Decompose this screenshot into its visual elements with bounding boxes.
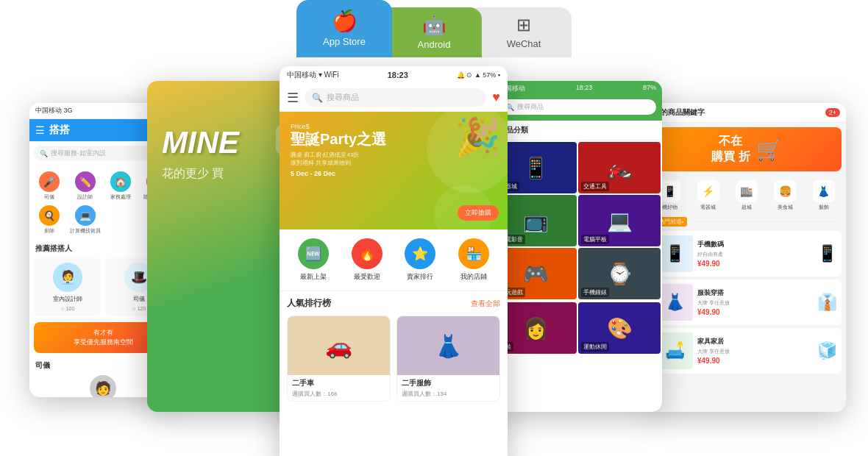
pl-desc-0: 好自由有產 bbox=[697, 251, 813, 258]
cat-item-2[interactable]: 🏠 家務處理 bbox=[105, 171, 137, 201]
center-battery: 🔔 ⊙ ▲ 57% ▪ bbox=[457, 71, 500, 79]
view-all-link[interactable]: 查看全部 bbox=[471, 299, 500, 309]
product-name-1: 二手服飾 bbox=[402, 378, 495, 388]
cat-label-1: 設計師 bbox=[77, 193, 93, 201]
center-carrier: 中国移动 ▾ WiFi bbox=[287, 70, 339, 80]
product-img-0: 🚗 bbox=[288, 316, 390, 375]
apple-icon: 🍎 bbox=[332, 11, 357, 32]
cat-label-2: 家務處理 bbox=[110, 193, 131, 201]
left-carrier: 中国移动 3G bbox=[35, 106, 73, 115]
tab-android[interactable]: 🤖 Android bbox=[386, 7, 482, 57]
right-cat-7[interactable]: 🎨運動休閒 bbox=[578, 302, 661, 354]
banner-text-area: Price$ 聖誕Party之選 圓桌·廚工廚·紅酒低至43折派對禮杯 共享成果… bbox=[291, 123, 386, 177]
android-label: Android bbox=[418, 39, 451, 50]
center-search-box[interactable]: 🔍 搜尋商品 bbox=[305, 88, 486, 107]
wechat-label: WeChat bbox=[507, 38, 541, 49]
right-cat-header: 商品分類 bbox=[493, 121, 662, 140]
nav-icon-3: 🏪 bbox=[458, 238, 489, 269]
screen-far-right: 你的商品關鍵字 2+ 不在購買 折 🛒 📱 機好物 ⚡ 電器城 🏬 超城 🍔 美… bbox=[647, 103, 846, 412]
center-header: ☰ 🔍 搜尋商品 ♥ bbox=[280, 84, 508, 112]
qi-3[interactable]: 🍔 美食城 bbox=[767, 180, 803, 211]
tab-appstore[interactable]: 🍎 App Store bbox=[296, 0, 392, 57]
pl-info-1: 服裝穿搭 大牌 享任意放 ¥49.90 bbox=[697, 288, 813, 316]
nav-item-3[interactable]: 🏪 我的店鋪 bbox=[458, 238, 489, 282]
cat-icon-5: 💻 bbox=[75, 205, 96, 226]
pl-item-1[interactable]: 👗 服裝穿搭 大牌 享任意放 ¥49.90 👔 bbox=[652, 279, 842, 325]
ranking-title: 人氣排行榜 bbox=[287, 297, 331, 310]
pl-thumb-0: 📱 bbox=[817, 244, 837, 263]
pl-name-1: 服裝穿搭 bbox=[697, 288, 813, 298]
right-cat-3[interactable]: 💻電腦平板 bbox=[578, 195, 661, 246]
nav-label-2: 賣家排行 bbox=[407, 272, 433, 282]
nav-icon-1: 🔥 bbox=[352, 238, 383, 269]
qi-label-1: 電器城 bbox=[700, 204, 716, 211]
product-card-0[interactable]: 🚗 二手車 週購買人數：168 bbox=[287, 316, 391, 402]
far-right-header: 你的商品關鍵字 2+ bbox=[647, 103, 846, 123]
right-img-grid: 📱電器城 🏍️交通工具 📺家電影音 💻電腦平板 🎮電玩遊戲 ⌚手機鐘錶 bbox=[493, 140, 662, 301]
banner-decoration-bottle: 🎉 bbox=[455, 115, 500, 158]
right-cat-5[interactable]: ⌚手機鐘錶 bbox=[578, 248, 661, 299]
qi-label-2: 超城 bbox=[741, 204, 752, 211]
banner-sub-text: 圓桌·廚工廚·紅酒低至43折派對禮杯 共享成果物到 bbox=[291, 151, 386, 167]
right-search-box[interactable]: 🔍 搜尋商品 bbox=[499, 99, 656, 115]
qi-4[interactable]: 👗 服飾 bbox=[806, 180, 842, 211]
pl-item-0[interactable]: 📱 手機數碼 好自由有產 ¥49.90 📱 bbox=[652, 231, 842, 277]
cat-label-4: 廚師 bbox=[44, 227, 54, 235]
banner-cta-button[interactable]: 立即搶購 bbox=[458, 205, 499, 221]
qi-icon-4: 👗 bbox=[813, 180, 835, 202]
nav-item-0[interactable]: 🆕 最新上架 bbox=[298, 238, 329, 282]
center-banner: Price$ 聖誕Party之選 圓桌·廚工廚·紅酒低至43折派對禮杯 共享成果… bbox=[280, 112, 508, 229]
product-img-1: 👗 bbox=[397, 316, 499, 375]
cat-item-5[interactable]: 💻 計算機技術員 bbox=[70, 205, 102, 235]
product-count-0: 週購買人數：168 bbox=[292, 390, 385, 398]
right-img-grid-2: 👩服裝 🎨運動休閒 bbox=[493, 301, 662, 355]
nav-item-1[interactable]: 🔥 最受歡迎 bbox=[352, 238, 383, 282]
left-app-title: 搭搭 bbox=[49, 124, 70, 137]
pl-item-2[interactable]: 🛋️ 家具家居 大牌 享任意放 ¥49.90 🧊 bbox=[652, 328, 842, 374]
center-ranking: 人氣排行榜 查看全部 🚗 二手車 週購買人數：168 👗 二手服飾 週購買人數：… bbox=[280, 291, 508, 407]
center-search-icon: 🔍 bbox=[312, 93, 323, 103]
product-grid: 🚗 二手車 週購買人數：168 👗 二手服飾 週購買人數：134 bbox=[287, 316, 500, 402]
qi-icon-3: 🍔 bbox=[774, 180, 796, 202]
nav-item-2[interactable]: ⭐ 賣家排行 bbox=[405, 238, 435, 282]
person-card-0[interactable]: 🧑‍💼 室內設計師 ☆ 100 bbox=[34, 258, 101, 316]
nav-label-0: 最新上架 bbox=[300, 272, 327, 282]
search-icon: 🔍 bbox=[40, 150, 48, 157]
pl-name-0: 手機數碼 bbox=[697, 240, 813, 249]
tab-wechat[interactable]: ⊞ WeChat bbox=[476, 7, 572, 57]
cat-icon-1: ✏️ bbox=[75, 171, 96, 192]
cat-item-0[interactable]: 🎤 司儀 bbox=[34, 171, 65, 201]
right-cat-label-5: 手機鐘錶 bbox=[581, 288, 609, 297]
nav-label-3: 我的店鋪 bbox=[460, 272, 487, 282]
product-count-1: 週購買人數：134 bbox=[402, 390, 495, 398]
right-cat-label-1: 交通工具 bbox=[581, 182, 609, 191]
pl-desc-1: 大牌 享任意放 bbox=[697, 299, 813, 307]
rating-1: ☆ 120 bbox=[132, 306, 146, 312]
cat-icon-2: 🏠 bbox=[110, 171, 131, 192]
cat-item-4[interactable]: 🍳 廚師 bbox=[34, 205, 65, 235]
right-search-placeholder: 搜尋商品 bbox=[517, 102, 544, 112]
pl-thumb-2: 🧊 bbox=[817, 341, 837, 360]
product-card-1[interactable]: 👗 二手服飾 週購買人數：134 bbox=[396, 316, 500, 402]
center-quick-nav: 🆕 最新上架 🔥 最受歡迎 ⭐ 賣家排行 🏪 我的店鋪 bbox=[280, 229, 508, 291]
pl-info-0: 手機數碼 好自由有產 ¥49.90 bbox=[697, 240, 813, 268]
qi-icon-1: ⚡ bbox=[697, 180, 719, 202]
banner-main-title: 聖誕Party之選 bbox=[291, 130, 386, 148]
nav-icon-0: 🆕 bbox=[298, 238, 329, 269]
cat-icon-4: 🍳 bbox=[39, 205, 60, 226]
right-cat-1[interactable]: 🏍️交通工具 bbox=[578, 142, 661, 193]
banner-date: 5 Dec - 26 Dec bbox=[291, 170, 386, 177]
pl-price-0: ¥49.90 bbox=[697, 260, 813, 268]
android-icon: 🤖 bbox=[422, 15, 446, 35]
promo-image: 🛒 bbox=[756, 138, 782, 162]
right-battery: 87% bbox=[643, 84, 656, 93]
right-cat-label-7: 運動休閒 bbox=[581, 342, 609, 352]
cat-item-1[interactable]: ✏️ 設計師 bbox=[70, 171, 102, 201]
qi-1[interactable]: ⚡ 電器城 bbox=[690, 180, 725, 211]
qi-label-0: 機好物 bbox=[662, 204, 677, 211]
qi-2[interactable]: 🏬 超城 bbox=[729, 180, 764, 211]
far-right-promo: 不在購買 折 🛒 bbox=[652, 127, 842, 171]
heart-icon[interactable]: ♥ bbox=[492, 90, 500, 105]
hamburger-icon[interactable]: ☰ bbox=[287, 90, 299, 106]
person-name-1: 司儀 bbox=[133, 295, 145, 303]
